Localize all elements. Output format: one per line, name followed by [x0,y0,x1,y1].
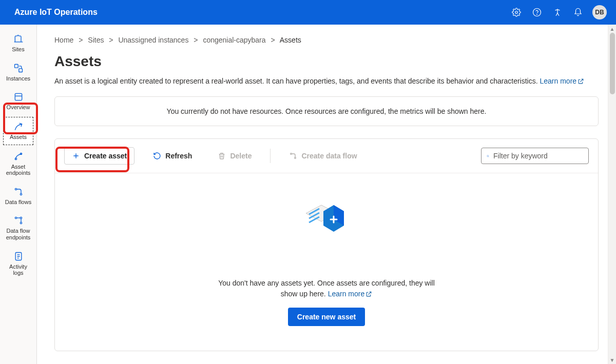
svg-point-0 [515,11,518,14]
sidebar-item-label: Assets [10,134,27,140]
sidebar-item-label: Asset endpoints [4,164,32,176]
sidebar-item-asset-endpoints[interactable]: Asset endpoints [3,147,33,180]
sidebar-item-label: Sites [12,46,24,53]
sidebar-item-label: Activity logs [4,264,32,276]
breadcrumb-item[interactable]: Home [54,36,73,44]
sidebar: Sites Instances Overview Assets Asset en… [0,25,37,364]
feedback-icon[interactable] [547,0,568,25]
sidebar-item-activity-logs[interactable]: Activity logs [3,247,33,280]
empty-state: You don't have any assets yet. Once asse… [55,173,598,351]
svg-point-10 [15,217,16,219]
search-icon [487,152,489,160]
svg-point-14 [291,153,292,155]
scrollbar-thumb[interactable] [610,33,615,94]
toolbar-divider [270,149,271,163]
svg-point-9 [20,193,22,195]
svg-point-12 [20,217,22,219]
help-icon[interactable] [527,0,547,25]
sidebar-item-data-flow-endpoints[interactable]: Data flow endpoints [3,211,33,245]
refresh-button[interactable]: Refresh [146,147,199,165]
sidebar-item-label: Data flows [5,199,31,206]
svg-point-11 [20,223,22,224]
filter-input-wrapper[interactable] [481,148,589,164]
svg-point-15 [295,157,296,159]
page-title: Assets [54,53,599,70]
empty-message: You don't have any assets yet. Once asse… [214,278,439,300]
empty-illustration [301,194,352,240]
svg-point-8 [15,188,16,190]
create-data-flow-button: Create data flow [282,147,364,165]
sidebar-item-instances[interactable]: Instances [3,59,33,86]
sidebar-item-assets[interactable]: Assets [3,117,33,145]
breadcrumb-item[interactable]: Unassigned instances [118,36,188,44]
assets-card: Create asset Refresh Delete Create data … [54,138,599,351]
sidebar-item-data-flows[interactable]: Data flows [3,183,33,210]
svg-point-2 [537,14,537,14]
sidebar-item-sites[interactable]: Sites [3,30,33,57]
filter-input[interactable] [493,152,583,160]
empty-learn-more-link[interactable]: Learn more [328,290,373,298]
svg-point-6 [15,158,16,159]
breadcrumb-item[interactable]: Sites [88,36,104,44]
svg-rect-3 [14,64,18,68]
metrics-empty-banner: You currently do not have resources. Onc… [54,96,599,126]
scroll-up-arrow[interactable]: ▲ [608,25,616,33]
main: Home > Sites > Unassigned instances > co… [37,25,616,364]
toolbar: Create asset Refresh Delete Create data … [55,139,598,173]
scrollbar[interactable]: ▲ ▼ [608,25,616,364]
svg-rect-5 [15,94,22,100]
external-link-icon [365,290,372,300]
delete-button: Delete [210,147,259,165]
avatar[interactable]: DB [592,5,607,19]
breadcrumb: Home > Sites > Unassigned instances > co… [54,36,599,44]
create-new-asset-button[interactable]: Create new asset [288,308,365,326]
header: Azure IoT Operations DB [0,0,616,25]
breadcrumb-current: Assets [280,36,301,44]
scroll-down-arrow[interactable]: ▼ [608,356,616,364]
svg-point-1 [533,9,541,16]
create-asset-button[interactable]: Create asset [64,147,134,165]
settings-icon[interactable] [506,0,527,25]
svg-point-16 [487,155,489,156]
learn-more-link[interactable]: Learn more [540,77,585,85]
breadcrumb-item[interactable]: congenial-capybara [203,36,265,44]
sidebar-item-overview[interactable]: Overview [3,88,33,115]
page-description: An asset is a logical entity created to … [54,77,599,86]
sidebar-item-label: Data flow endpoints [4,228,32,240]
sidebar-item-label: Overview [7,104,30,111]
notifications-icon[interactable] [568,0,588,25]
external-link-icon [578,78,584,86]
svg-rect-4 [18,68,22,72]
product-name: Azure IoT Operations [14,8,506,17]
sidebar-item-label: Instances [6,75,30,82]
